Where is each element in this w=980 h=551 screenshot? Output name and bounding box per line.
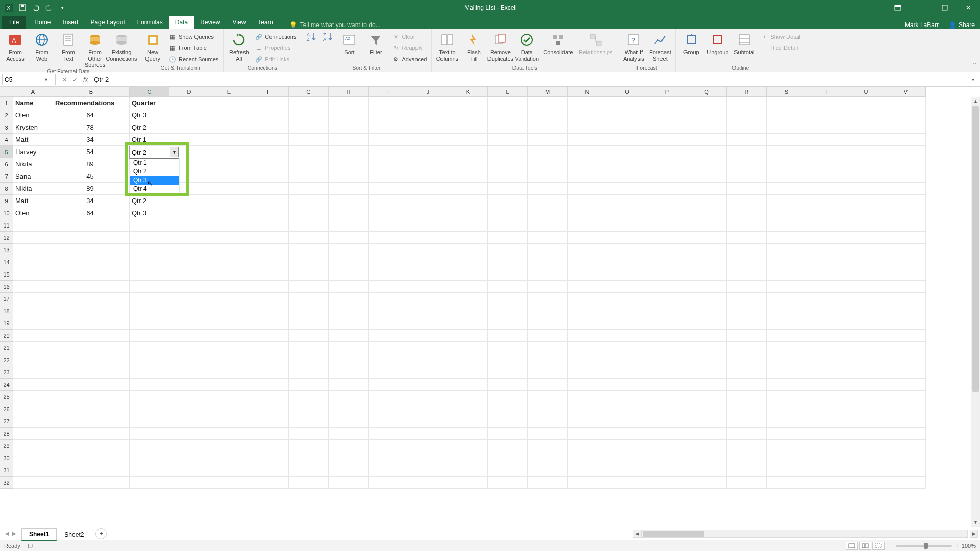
cell[interactable]: [568, 464, 607, 477]
cell[interactable]: [846, 183, 886, 195]
subtotal-button[interactable]: Subtotal: [732, 31, 756, 56]
ungroup-button[interactable]: Ungroup: [705, 31, 730, 56]
cell[interactable]: [369, 219, 408, 232]
cell[interactable]: [607, 293, 647, 305]
cell[interactable]: [448, 305, 488, 317]
cell[interactable]: [13, 477, 53, 489]
cell[interactable]: [767, 391, 806, 403]
cell[interactable]: [289, 317, 329, 330]
cell[interactable]: [369, 134, 408, 146]
undo-icon[interactable]: [31, 3, 41, 13]
cell[interactable]: [448, 293, 488, 305]
cell[interactable]: [249, 158, 289, 170]
cell[interactable]: [767, 354, 806, 366]
cell[interactable]: [289, 134, 329, 146]
row-header[interactable]: 24: [0, 379, 13, 391]
row-header[interactable]: 28: [0, 428, 13, 440]
cell[interactable]: [767, 342, 806, 354]
cell[interactable]: [846, 440, 886, 452]
cell[interactable]: [568, 477, 607, 489]
cell[interactable]: [249, 379, 289, 391]
zoom-in-button[interactable]: +: [955, 543, 958, 549]
cell[interactable]: [289, 428, 329, 440]
column-header[interactable]: P: [647, 87, 687, 97]
cell[interactable]: [607, 452, 647, 464]
cell[interactable]: [448, 195, 488, 207]
cell[interactable]: [886, 305, 926, 317]
worksheet-grid[interactable]: ABCDEFGHIJKLMNOPQRSTUV 12345678910111213…: [0, 87, 980, 527]
cell[interactable]: [130, 219, 169, 232]
column-header[interactable]: S: [767, 87, 806, 97]
cell[interactable]: [448, 379, 488, 391]
cell[interactable]: Qtr 1: [130, 134, 169, 146]
column-header[interactable]: G: [289, 87, 329, 97]
cell[interactable]: [249, 305, 289, 317]
cell[interactable]: [329, 146, 369, 158]
cell[interactable]: [687, 207, 727, 219]
cell[interactable]: [568, 170, 607, 183]
cell[interactable]: [369, 440, 408, 452]
cell[interactable]: [329, 452, 369, 464]
cell[interactable]: [767, 293, 806, 305]
cell[interactable]: [607, 366, 647, 379]
cell[interactable]: [329, 97, 369, 109]
column-header[interactable]: L: [488, 87, 528, 97]
cell[interactable]: [607, 428, 647, 440]
cell[interactable]: [289, 379, 329, 391]
cell[interactable]: [647, 232, 687, 244]
cell[interactable]: [727, 232, 767, 244]
cell[interactable]: [169, 97, 209, 109]
cell[interactable]: [329, 256, 369, 268]
cell[interactable]: [806, 232, 846, 244]
cell[interactable]: [528, 170, 568, 183]
cell[interactable]: [408, 256, 448, 268]
cell[interactable]: [53, 305, 130, 317]
cell[interactable]: [289, 97, 329, 109]
data-validation-dropdown-arrow[interactable]: ▼: [170, 147, 179, 157]
cell[interactable]: [53, 256, 130, 268]
cell[interactable]: [687, 195, 727, 207]
cell[interactable]: [169, 293, 209, 305]
cell[interactable]: [448, 428, 488, 440]
cell[interactable]: [647, 366, 687, 379]
connections-button[interactable]: 🔗Connections: [253, 32, 298, 42]
row-header[interactable]: 1: [0, 97, 13, 109]
cell[interactable]: [130, 403, 169, 415]
cell[interactable]: [329, 379, 369, 391]
cell[interactable]: [408, 477, 448, 489]
column-header[interactable]: T: [806, 87, 846, 97]
cell[interactable]: [806, 281, 846, 293]
cell[interactable]: [806, 354, 846, 366]
cell[interactable]: [806, 268, 846, 281]
cell[interactable]: [886, 207, 926, 219]
fx-icon[interactable]: fx: [83, 76, 88, 83]
cell[interactable]: [169, 391, 209, 403]
cell[interactable]: [53, 281, 130, 293]
cell[interactable]: [329, 354, 369, 366]
cell[interactable]: [249, 317, 289, 330]
cell[interactable]: [528, 256, 568, 268]
tab-file[interactable]: File: [2, 16, 26, 29]
cell[interactable]: [647, 317, 687, 330]
cell[interactable]: [727, 134, 767, 146]
cell[interactable]: [249, 281, 289, 293]
consolidate-button[interactable]: Consolidate: [541, 31, 575, 56]
column-header[interactable]: E: [209, 87, 249, 97]
cell[interactable]: [369, 403, 408, 415]
cell[interactable]: [448, 232, 488, 244]
cell[interactable]: [369, 281, 408, 293]
cell[interactable]: [687, 317, 727, 330]
cell[interactable]: [209, 219, 249, 232]
cell[interactable]: [528, 195, 568, 207]
cell[interactable]: [408, 183, 448, 195]
cell[interactable]: [687, 121, 727, 134]
cell[interactable]: [130, 440, 169, 452]
cell[interactable]: [886, 281, 926, 293]
row-header[interactable]: 26: [0, 403, 13, 415]
flash-fill-button[interactable]: Flash Fill: [461, 31, 486, 62]
cell[interactable]: [169, 452, 209, 464]
enter-icon[interactable]: ✓: [70, 76, 80, 83]
cell[interactable]: [209, 317, 249, 330]
cell[interactable]: [607, 354, 647, 366]
horizontal-scroll-thumb[interactable]: [643, 531, 704, 537]
